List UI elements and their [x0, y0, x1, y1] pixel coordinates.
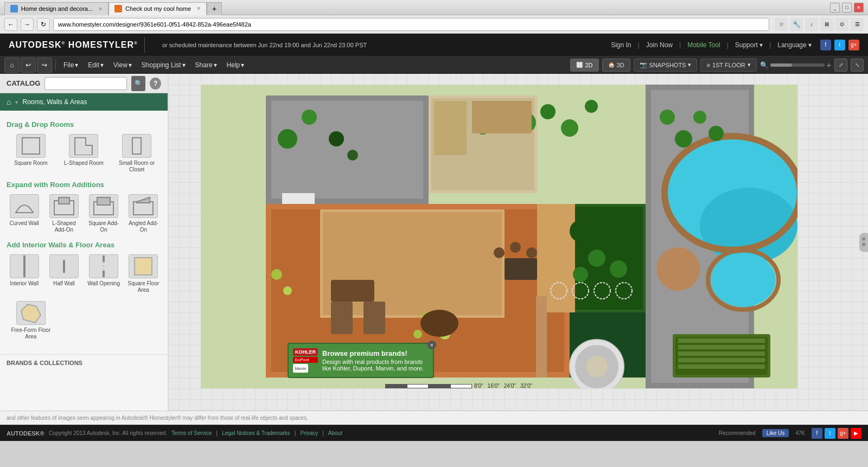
twitter-footer-icon[interactable]: t — [825, 428, 835, 439]
marvin-logo: Marvin — [293, 364, 308, 373]
close-btn[interactable]: ✕ — [854, 3, 864, 12]
category-dropdown-icon[interactable]: ▾ — [15, 99, 18, 105]
like-us-btn[interactable]: Like Us — [762, 429, 789, 437]
browser-icon-2[interactable]: ↓ — [805, 18, 818, 31]
file-menu[interactable]: File ▾ — [59, 59, 82, 72]
browser-tab-1[interactable]: Home design and decora... ✕ — [4, 2, 108, 15]
angled-addon-item[interactable]: Angled Add-On — [126, 194, 161, 233]
sign-in-link[interactable]: Sign In — [611, 41, 631, 49]
canvas-area[interactable]: × KOHLER DuPont Marvin Browse premium br… — [168, 74, 868, 411]
svg-point-56 — [413, 330, 422, 338]
mobile-tool-link[interactable]: Mobile Tool — [687, 41, 720, 49]
bookmark-star-icon[interactable]: ☆ — [775, 18, 788, 31]
facebook-icon[interactable]: f — [820, 40, 831, 50]
footer-link-terms[interactable]: Terms of Service — [171, 430, 212, 436]
interior-wall-item[interactable]: Interior Wall — [7, 254, 42, 293]
tab-close-1[interactable]: ✕ — [98, 6, 103, 12]
undo-btn[interactable]: ↩ — [21, 57, 36, 73]
svg-rect-6 — [133, 202, 153, 215]
svg-rect-60 — [331, 302, 353, 334]
svg-point-69 — [586, 356, 608, 378]
zoom-out-icon[interactable]: 🔍 — [760, 61, 768, 69]
l-shaped-addon-label: L-Shaped Add-On — [46, 220, 81, 233]
curved-wall-item[interactable]: Curved Wall — [7, 194, 42, 233]
svg-rect-9 — [103, 255, 105, 262]
floor-selector[interactable]: ≡ 1ST FLOOR ▾ — [700, 59, 756, 72]
freeform-floor-item[interactable]: Free-Form Floor Area — [7, 301, 55, 340]
section-title-additions: Expand with Room Additions — [7, 181, 161, 189]
right-scroll-indicator[interactable] — [859, 233, 868, 252]
join-now-link[interactable]: Join Now — [646, 41, 673, 49]
twitter-icon[interactable]: t — [834, 40, 845, 50]
tab-close-2[interactable]: ✕ — [196, 5, 201, 11]
back-btn[interactable]: ← — [4, 18, 17, 31]
square-addon-item[interactable]: Square Add-On — [86, 194, 122, 233]
l-shaped-addon-item[interactable]: L-Shaped Add-On — [46, 194, 81, 233]
square-room-item[interactable]: Square Room — [7, 134, 55, 173]
language-dropdown[interactable]: Language ▾ — [777, 41, 812, 49]
maximize-btn[interactable]: □ — [842, 3, 852, 12]
home-toolbar-btn[interactable]: ⌂ — [4, 57, 20, 73]
footer-link-legal[interactable]: Legal Notices & Trademarks — [222, 430, 290, 436]
footer-notice: and other features of images seen appear… — [7, 415, 861, 421]
scale-label-4: 32'0" — [518, 383, 534, 389]
google-plus-icon[interactable]: g+ — [848, 40, 859, 50]
svg-point-52 — [693, 111, 706, 124]
svg-rect-12 — [135, 258, 152, 275]
svg-rect-7 — [23, 255, 25, 277]
exit-fullscreen-btn[interactable]: ⤡ — [851, 59, 864, 72]
facebook-footer-icon[interactable]: f — [812, 428, 822, 439]
catalog-search-btn[interactable]: 🔍 — [131, 76, 145, 91]
catalog-help-btn[interactable]: ? — [150, 78, 161, 89]
support-dropdown[interactable]: Support ▾ — [735, 41, 763, 49]
address-bar[interactable]: www.homestyler.com/designer/9361e601-0f5… — [53, 18, 769, 31]
fullscreen-btn[interactable]: ⤢ — [834, 59, 847, 72]
category-home-icon[interactable]: ⌂ — [7, 98, 11, 106]
browser-icon-5[interactable]: ☰ — [851, 18, 864, 31]
snapshots-btn[interactable]: 📷 SNAPSHOTS ▾ — [634, 59, 698, 72]
catalog-header: CATALOG 🔍 ? — [0, 74, 168, 93]
small-room-icon — [122, 134, 151, 158]
browser-nav-icons: ☆ 🔧 ↓ ⊞ ⊙ ☰ — [775, 18, 864, 31]
browser-icon-4[interactable]: ⊙ — [835, 18, 848, 31]
zoom-slider[interactable] — [770, 63, 825, 67]
google-footer-icon[interactable]: g+ — [838, 428, 848, 439]
view-menu[interactable]: View ▾ — [109, 59, 136, 72]
svg-rect-72 — [678, 338, 765, 343]
recommended-text: Recommended — [719, 430, 756, 436]
footer-link-about[interactable]: About — [328, 430, 342, 436]
small-room-item[interactable]: Small Room or Closet — [112, 134, 161, 173]
wall-opening-item[interactable]: Wall Opening — [86, 254, 122, 293]
forward-btn[interactable]: → — [21, 18, 34, 31]
browser-icon-3[interactable]: ⊞ — [820, 18, 833, 31]
browser-tab-2[interactable]: Check out my cool home ✕ — [108, 2, 207, 15]
svg-rect-73 — [678, 345, 765, 349]
browser-nav: ← → ↻ www.homestyler.com/designer/9361e6… — [0, 15, 868, 34]
l-shaped-room-icon — [69, 134, 98, 158]
3d-view-btn[interactable]: 🏠 3D — [602, 59, 630, 72]
l-shaped-room-item[interactable]: L-Shaped Room — [60, 134, 108, 173]
share-menu[interactable]: Share ▾ — [191, 59, 221, 72]
2d-view-btn[interactable]: ⬜ 2D — [570, 59, 598, 72]
browser-icon-1[interactable]: 🔧 — [790, 18, 803, 31]
square-floor-item[interactable]: Square Floor Area — [126, 254, 161, 293]
new-tab-btn[interactable]: + — [207, 2, 222, 15]
like-count: 47K — [795, 430, 805, 436]
footer-link-privacy[interactable]: Privacy — [300, 430, 318, 436]
footer-links: Copyright 2013 Autodesk, Inc. All rights… — [49, 430, 342, 436]
youtube-footer-icon[interactable]: ▶ — [851, 428, 861, 439]
category-nav: ⌂ ▾ Rooms, Walls & Areas — [0, 93, 168, 111]
room-additions-grid: Curved Wall L-Shaped Add-On — [7, 194, 161, 233]
zoom-in-icon[interactable]: + — [827, 61, 831, 69]
ad-close-btn[interactable]: × — [427, 341, 436, 349]
interior-wall-icon — [10, 254, 39, 278]
catalog-search-input[interactable] — [44, 77, 127, 90]
reload-btn[interactable]: ↻ — [37, 18, 50, 31]
redo-btn[interactable]: ↪ — [37, 57, 52, 73]
half-wall-item[interactable]: Half Wall — [46, 254, 81, 293]
help-menu[interactable]: Help ▾ — [222, 59, 249, 72]
edit-menu[interactable]: Edit ▾ — [84, 59, 108, 72]
minimize-btn[interactable]: _ — [830, 3, 840, 12]
svg-point-91 — [862, 242, 865, 246]
shopping-list-menu[interactable]: Shopping List ▾ — [137, 59, 190, 72]
